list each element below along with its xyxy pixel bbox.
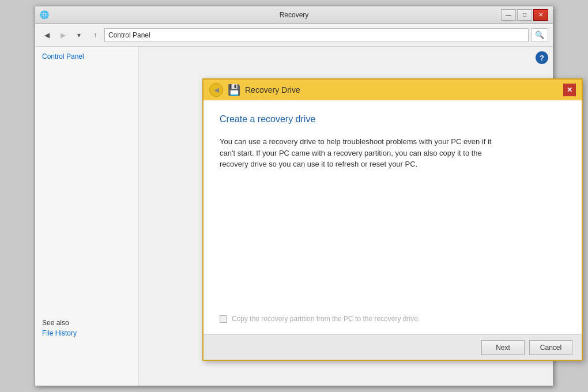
checkbox-area: Copy the recovery partition from the PC … xyxy=(220,315,420,323)
app-icon: 🌐 xyxy=(40,10,49,20)
window-title: Recovery xyxy=(280,11,309,19)
right-area: ? ◀ 💾 Recovery Drive ✕ Create a recovery… xyxy=(139,47,553,386)
maximize-button[interactable]: □ xyxy=(517,9,532,21)
dialog-footer: Next Cancel xyxy=(203,334,582,360)
help-button[interactable]: ? xyxy=(536,51,548,64)
up-button[interactable]: ↑ xyxy=(88,28,102,42)
file-history-link[interactable]: File History xyxy=(42,329,77,337)
dialog-title: Recovery Drive xyxy=(245,85,300,95)
title-bar: 🌐 Recovery — □ ✕ xyxy=(35,6,553,24)
control-panel-link[interactable]: Control Panel xyxy=(42,52,131,61)
dropdown-button[interactable]: ▾ xyxy=(72,28,86,42)
main-window: 🌐 Recovery — □ ✕ ◀ ▶ ▾ ↑ 🔍 Control Panel… xyxy=(35,6,553,386)
left-panel: Control Panel See also File History xyxy=(35,47,139,386)
search-box[interactable]: 🔍 xyxy=(531,28,548,42)
dialog-close-button[interactable]: ✕ xyxy=(563,84,576,96)
back-button[interactable]: ◀ xyxy=(40,28,54,42)
forward-button[interactable]: ▶ xyxy=(56,28,70,42)
checkbox-label: Copy the recovery partition from the PC … xyxy=(232,315,420,323)
dialog-heading: Create a recovery drive xyxy=(220,114,566,125)
nav-bar: ◀ ▶ ▾ ↑ 🔍 xyxy=(35,24,553,47)
close-button[interactable]: ✕ xyxy=(533,9,548,21)
main-content: Control Panel See also File History ? ◀ … xyxy=(35,47,553,386)
drive-icon: 💾 xyxy=(228,84,240,96)
dialog-description: You can use a recovery drive to help tro… xyxy=(220,136,508,170)
cancel-button[interactable]: Cancel xyxy=(529,340,572,355)
dialog-back-button[interactable]: ◀ xyxy=(209,83,223,97)
next-button[interactable]: Next xyxy=(481,340,525,355)
see-also-label: See also xyxy=(42,319,77,327)
partition-checkbox[interactable] xyxy=(220,315,227,323)
dialog-title-bar: ◀ 💾 Recovery Drive ✕ xyxy=(203,80,582,100)
recovery-drive-dialog: ◀ 💾 Recovery Drive ✕ Create a recovery d… xyxy=(202,78,583,361)
address-bar[interactable] xyxy=(104,28,529,42)
titlebar-buttons: — □ ✕ xyxy=(501,9,548,21)
dialog-content: Create a recovery drive You can use a re… xyxy=(203,100,582,334)
minimize-button[interactable]: — xyxy=(501,9,516,21)
